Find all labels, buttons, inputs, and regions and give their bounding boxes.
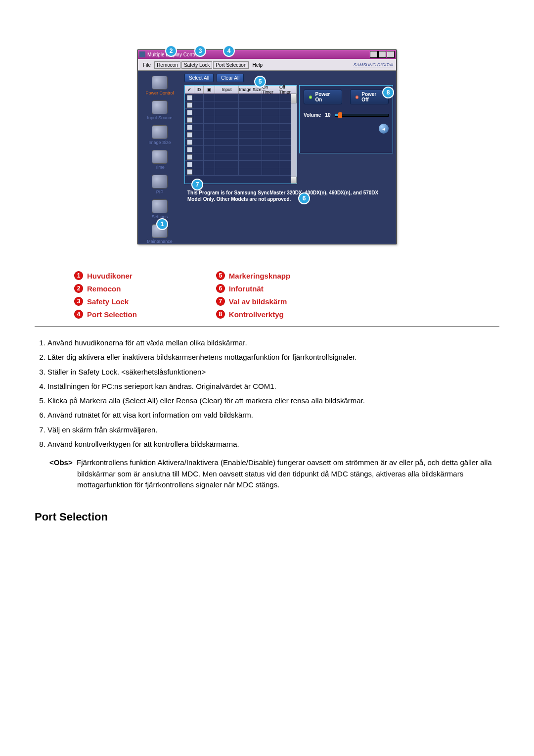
- power-control-icon: [152, 76, 168, 90]
- volume-label: Volume: [304, 112, 321, 118]
- table-row[interactable]: [185, 116, 297, 124]
- maximize-button[interactable]: [378, 51, 386, 58]
- callout-2: 2: [165, 45, 177, 57]
- table-row[interactable]: [185, 146, 297, 153]
- input-source-icon: [152, 100, 168, 114]
- menu-remocon[interactable]: Remocon: [154, 61, 180, 69]
- sidebar-item-power-control[interactable]: Power Control: [138, 76, 181, 95]
- table-row[interactable]: [185, 109, 297, 116]
- list-item: Använd rutnätet för att visa kort inform…: [47, 409, 499, 421]
- callout-4: 4: [223, 45, 235, 57]
- legend-item: 8Kontrollverktyg: [216, 310, 290, 319]
- legend-item: 7Val av bildskärm: [216, 297, 290, 306]
- led-red-icon: [356, 95, 358, 99]
- sidebar: Power Control Input Source Image Size Ti…: [138, 71, 181, 244]
- settings-icon: [152, 199, 168, 213]
- table-row[interactable]: [185, 131, 297, 139]
- list-item: Använd kontrollverktygen för att kontrol…: [47, 438, 499, 450]
- callout-8: 8: [382, 87, 394, 98]
- legend-item: 1Huvudikoner: [74, 271, 137, 280]
- led-green-icon: [309, 95, 312, 99]
- info-grid[interactable]: ✔ ID ▣ Input Image Size On Timer Off Tim…: [184, 85, 297, 184]
- time-icon: [152, 150, 168, 164]
- table-row[interactable]: [185, 161, 297, 168]
- legend: 1Huvudikoner 2Remocon 3Safety Lock 4Port…: [35, 259, 499, 324]
- select-all-button[interactable]: Select All: [184, 74, 214, 82]
- sidebar-item-pip[interactable]: PIP: [138, 175, 181, 194]
- callout-1: 1: [156, 218, 168, 230]
- obs-note: <Obs> Fjärrkontrollens funktion Aktivera…: [49, 457, 499, 491]
- image-size-icon: [152, 125, 168, 139]
- list-item: Använd huvudikonerna för att växla mella…: [47, 337, 499, 348]
- volume-value: 10: [325, 112, 330, 118]
- legend-item: 6Inforutnät: [216, 284, 290, 293]
- divider: [35, 327, 499, 327]
- control-panel: Power On Power Off Volume 10: [299, 85, 393, 153]
- legend-item: 5Markeringsknapp: [216, 271, 290, 280]
- callout-7: 7: [191, 179, 203, 190]
- minimize-button[interactable]: [370, 51, 378, 58]
- menu-file[interactable]: File: [140, 61, 154, 69]
- app-window: 2 3 4 5 8 6 7 1 Multiple Display Control…: [137, 49, 397, 244]
- table-row[interactable]: [185, 124, 297, 131]
- legend-item: 2Remocon: [74, 284, 137, 293]
- list-item: Välj en skärm från skärmväljaren.: [47, 424, 499, 435]
- table-row[interactable]: [185, 139, 297, 146]
- sidebar-item-input-source[interactable]: Input Source: [138, 100, 181, 120]
- grid-scrollbar[interactable]: [291, 94, 297, 184]
- grid-header: ✔ ID ▣ Input Image Size On Timer Off Tim…: [185, 86, 297, 94]
- description-list: Använd huvudikonerna för att växla mella…: [35, 337, 499, 450]
- callout-3: 3: [194, 45, 206, 57]
- power-on-button[interactable]: Power On: [304, 90, 342, 104]
- pip-icon: [152, 175, 168, 189]
- menu-safety-lock[interactable]: Safety Lock: [181, 61, 212, 69]
- sidebar-item-time[interactable]: Time: [138, 150, 181, 170]
- volume-slider[interactable]: [335, 114, 389, 117]
- main-area: Select All Clear All le ✔ ID ▣ Input Ima…: [181, 71, 396, 244]
- menu-port-selection[interactable]: Port Selection: [213, 61, 249, 69]
- sidebar-item-settings[interactable]: Settings: [138, 199, 181, 219]
- window-title: Multiple Display Control: [147, 52, 369, 57]
- sidebar-item-image-size[interactable]: Image Size: [138, 125, 181, 145]
- table-row[interactable]: [185, 94, 297, 101]
- menu-bar: File Remocon Safety Lock Port Selection …: [138, 59, 396, 71]
- list-item: Låter dig aktivera eller inaktivera bild…: [47, 351, 499, 363]
- section-heading: Port Selection: [35, 511, 499, 523]
- legend-item: 4Port Selection: [74, 310, 137, 319]
- callout-6: 6: [298, 192, 310, 204]
- list-item: Ställer in Safety Lock. <säkerhetslåsfun…: [47, 366, 499, 378]
- clear-all-button[interactable]: Clear All: [217, 74, 244, 82]
- menu-help[interactable]: Help: [249, 61, 266, 69]
- close-button[interactable]: [387, 51, 395, 58]
- speaker-icon[interactable]: ◄: [379, 124, 389, 134]
- list-item: Inställningen för PC:ns serieport kan än…: [47, 380, 499, 392]
- legend-item: 3Safety Lock: [74, 297, 137, 306]
- list-item: Klicka på Markera alla (Select All) elle…: [47, 395, 499, 406]
- table-row[interactable]: [185, 168, 297, 176]
- table-row[interactable]: [185, 153, 297, 161]
- table-row[interactable]: [185, 101, 297, 109]
- brand-label: SAMSUNG DIGITall: [354, 62, 393, 67]
- app-icon: [139, 51, 145, 57]
- callout-5: 5: [254, 76, 266, 88]
- footer-note: This Program is for Samsung SyncMaster 3…: [184, 187, 393, 211]
